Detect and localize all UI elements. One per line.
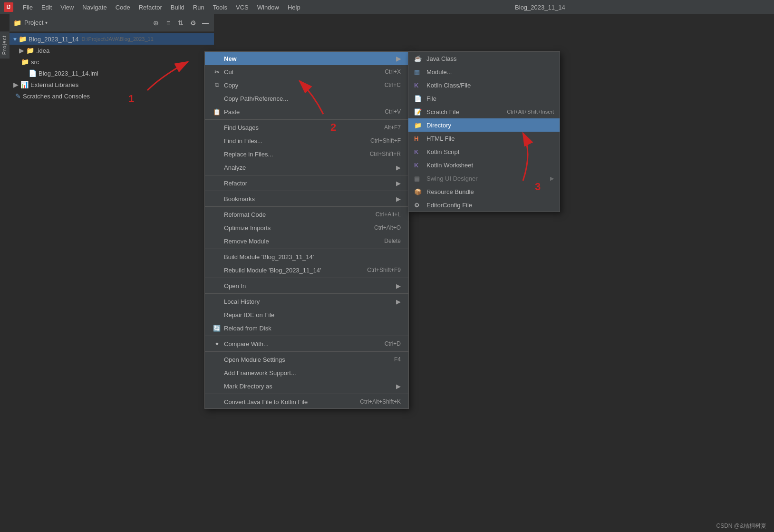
menu-run[interactable]: Run — [189, 2, 208, 12]
menu-bar: File Edit View Navigate Code Refactor Bu… — [19, 2, 304, 12]
settings-icon[interactable]: ⚙ — [188, 18, 198, 28]
menu-item-replace[interactable]: Replace in Files... Ctrl+Shift+R — [205, 147, 408, 161]
ext-libs-label: External Libraries — [30, 81, 78, 88]
locate-icon[interactable]: ⊕ — [151, 18, 161, 28]
close-panel-icon[interactable]: — — [201, 18, 210, 28]
reload-icon: 🔄 — [213, 325, 221, 332]
menu-item-cut[interactable]: ✂ Cut Ctrl+X — [205, 65, 408, 78]
menu-item-copy-path[interactable]: Copy Path/Reference... — [205, 92, 408, 105]
status-text: CSDN @&桔桐树夏 — [716, 522, 766, 529]
swing-ui-icon: ▤ — [414, 175, 424, 182]
menu-item-local-history[interactable]: Local History ▶ — [205, 295, 408, 308]
toolbar-icons: ⊕ ≡ ⇅ ⚙ — — [151, 18, 210, 28]
menu-item-new[interactable]: New ▶ — [205, 52, 408, 65]
menu-item-convert-java[interactable]: Convert Java File to Kotlin File Ctrl+Al… — [205, 395, 408, 408]
submenu-swing-ui: ▤ Swing UI Designer ▶ — [408, 172, 560, 185]
project-dropdown-icon[interactable]: ▾ — [45, 20, 48, 25]
tree-iml[interactable]: 📄 Blog_2023_11_14.iml — [10, 68, 214, 79]
submenu-editorconfig[interactable]: ⚙ EditorConfig File — [408, 198, 560, 212]
menu-refactor[interactable]: Refactor — [135, 2, 166, 12]
menu-tools[interactable]: Tools — [209, 2, 231, 12]
replace-label: Replace in Files... — [224, 151, 273, 158]
remove-label: Remove Module — [224, 238, 269, 245]
menu-item-rebuild-module[interactable]: Rebuild Module 'Blog_2023_11_14' Ctrl+Sh… — [205, 263, 408, 277]
app-logo: IJ — [4, 2, 13, 12]
menu-item-module-settings[interactable]: Open Module Settings F4 — [205, 353, 408, 366]
expand-icon[interactable]: ⇅ — [176, 18, 185, 28]
remove-shortcut: Delete — [384, 238, 401, 244]
submenu-kotlin-class[interactable]: K Kotlin Class/File — [408, 78, 560, 92]
menu-window[interactable]: Window — [253, 2, 283, 12]
submenu-html-file[interactable]: H HTML File — [408, 132, 560, 145]
menu-vcs[interactable]: VCS — [232, 2, 252, 12]
java-class-label: Java Class — [426, 55, 457, 62]
menu-item-mark-dir[interactable]: Mark Directory as ▶ — [205, 379, 408, 393]
root-chevron-icon: ▾ — [13, 35, 17, 43]
build-module-label: Build Module 'Blog_2023_11_14' — [224, 253, 314, 261]
submenu-file[interactable]: 📄 File — [408, 92, 560, 105]
tree-idea[interactable]: ▶ 📁 .idea — [10, 45, 214, 56]
local-history-arrow-icon: ▶ — [396, 298, 401, 305]
paste-shortcut: Ctrl+V — [385, 108, 401, 115]
project-toolbar-title: Project ▾ — [24, 19, 48, 26]
submenu-java-class[interactable]: ☕ Java Class — [408, 52, 560, 65]
project-side-tab[interactable]: Project — [0, 31, 10, 58]
menu-item-compare[interactable]: ✦ Compare With... Ctrl+D — [205, 337, 408, 350]
editorconfig-icon: ⚙ — [414, 202, 424, 209]
menu-item-add-framework[interactable]: Add Framework Support... — [205, 366, 408, 379]
copy-shortcut: Ctrl+C — [385, 82, 401, 88]
menu-item-copy[interactable]: ⧉ Copy Ctrl+C — [205, 78, 408, 92]
menu-navigate[interactable]: Navigate — [78, 2, 110, 12]
mark-dir-arrow-icon: ▶ — [396, 383, 401, 390]
new-arrow-icon: ▶ — [396, 55, 401, 62]
menu-item-open-in[interactable]: Open In ▶ — [205, 279, 408, 292]
menu-item-reformat[interactable]: Reformat Code Ctrl+Alt+L — [205, 208, 408, 221]
submenu-kotlin-script[interactable]: K Kotlin Script — [408, 145, 560, 158]
scratch-icon: ✎ — [15, 92, 21, 100]
collapse-all-icon[interactable]: ≡ — [164, 18, 173, 28]
menu-file[interactable]: File — [19, 2, 37, 12]
root-path: D:\Project\JAVA\Blog_2023_11 — [82, 36, 154, 42]
tree-root[interactable]: ▾ 📁 Blog_2023_11_14 D:\Project\JAVA\Blog… — [10, 33, 214, 45]
menu-item-find-usages[interactable]: Find Usages Alt+F7 — [205, 121, 408, 134]
menu-build[interactable]: Build — [167, 2, 188, 12]
menu-item-bookmarks[interactable]: Bookmarks ▶ — [205, 192, 408, 205]
menu-item-remove-module[interactable]: Remove Module Delete — [205, 234, 408, 248]
submenu-module[interactable]: ▦ Module... — [408, 65, 560, 78]
divider2 — [205, 175, 408, 175]
tree-src[interactable]: 📁 src — [10, 56, 214, 68]
menu-code[interactable]: Code — [112, 2, 134, 12]
menu-item-paste[interactable]: 📋 Paste Ctrl+V — [205, 105, 408, 118]
module-settings-shortcut: F4 — [394, 356, 401, 363]
menu-item-optimize[interactable]: Optimize Imports Ctrl+Alt+O — [205, 221, 408, 234]
tree-external-libs[interactable]: ▶ 📊 External Libraries — [10, 79, 214, 90]
root-folder-icon: 📁 — [19, 35, 27, 43]
ext-libs-icon: 📊 — [20, 81, 29, 88]
swing-arrow-icon: ▶ — [550, 175, 554, 182]
divider6 — [205, 278, 408, 278]
menu-view[interactable]: View — [57, 2, 77, 12]
menu-item-repair-ide[interactable]: Repair IDE on File — [205, 308, 408, 321]
submenu-directory[interactable]: 📁 Directory — [408, 118, 560, 132]
divider5 — [205, 249, 408, 249]
menu-item-reload-disk[interactable]: 🔄 Reload from Disk — [205, 321, 408, 335]
menu-item-refactor[interactable]: Refactor ▶ — [205, 176, 408, 190]
submenu-resource-bundle[interactable]: 📦 Resource Bundle — [408, 185, 560, 198]
reload-label: Reload from Disk — [224, 325, 271, 332]
menu-item-build-module[interactable]: Build Module 'Blog_2023_11_14' — [205, 250, 408, 263]
module-settings-label: Open Module Settings — [224, 356, 285, 363]
find-files-shortcut: Ctrl+Shift+F — [370, 137, 401, 144]
scratch-file-icon: 📝 — [414, 108, 424, 116]
submenu-kotlin-worksheet[interactable]: K Kotlin Worksheet — [408, 158, 560, 172]
optimize-label: Optimize Imports — [224, 224, 271, 232]
tree-scratches[interactable]: ✎ Scratches and Consoles — [10, 90, 214, 102]
menu-item-analyze[interactable]: Analyze ▶ — [205, 161, 408, 174]
scratch-file-label: Scratch File — [426, 108, 459, 116]
menu-edit[interactable]: Edit — [38, 2, 56, 12]
menu-help[interactable]: Help — [284, 2, 304, 12]
swing-ui-label: Swing UI Designer — [426, 175, 478, 182]
idea-label: .idea — [36, 47, 49, 54]
kotlin-worksheet-label: Kotlin Worksheet — [426, 162, 473, 169]
menu-item-find-files[interactable]: Find in Files... Ctrl+Shift+F — [205, 134, 408, 147]
submenu-scratch-file[interactable]: 📝 Scratch File Ctrl+Alt+Shift+Insert — [408, 105, 560, 118]
